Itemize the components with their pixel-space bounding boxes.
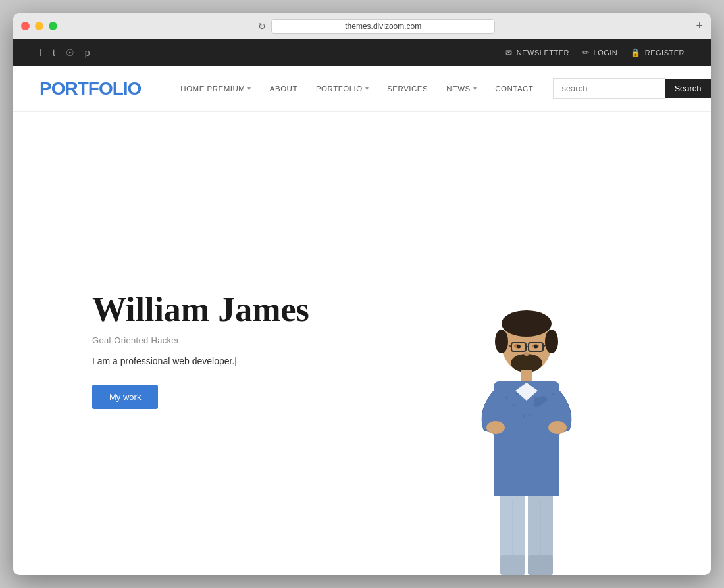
- chevron-down-icon: ▾: [473, 85, 477, 92]
- nav-portfolio[interactable]: PORTFOLIO ▾: [316, 85, 369, 93]
- new-tab-button[interactable]: +: [696, 19, 703, 33]
- browser-window: ↻ themes.divizoom.com + f t ☉ p ✉ NEWSLE…: [13, 13, 711, 575]
- top-bar-actions: ✉ NEWSLETTER ✏ LOGIN 🔒 REGISTER: [505, 48, 685, 57]
- logo-part1: PORT: [39, 78, 88, 99]
- main-navigation: PORTFOLIO HOME PREMIUM ▾ ABOUT PORTFOLIO…: [13, 66, 711, 112]
- logo-part2: FOLIO: [88, 78, 142, 99]
- svg-point-1: [502, 310, 552, 337]
- svg-point-12: [517, 345, 521, 349]
- hero-description: I am a professional web developer.|: [92, 356, 309, 366]
- svg-point-29: [548, 421, 567, 434]
- chevron-down-icon: ▾: [247, 85, 251, 92]
- hero-subtitle: Goal-Oriented Hacker: [92, 335, 309, 345]
- social-icons: f t ☉ p: [39, 47, 90, 58]
- search-input[interactable]: [553, 78, 665, 99]
- pinterest-icon[interactable]: p: [85, 47, 90, 58]
- svg-point-23: [552, 393, 554, 395]
- svg-point-28: [486, 421, 505, 434]
- svg-point-4: [511, 354, 542, 372]
- svg-rect-36: [500, 555, 525, 575]
- hero-person-image: [448, 299, 606, 575]
- browser-titlebar: ↻ themes.divizoom.com +: [13, 13, 711, 39]
- search-area: Search: [553, 78, 710, 99]
- hero-name: William James: [92, 291, 309, 328]
- nav-about[interactable]: ABOUT: [270, 85, 297, 93]
- search-button[interactable]: Search: [665, 79, 710, 98]
- minimize-button[interactable]: [35, 22, 43, 30]
- svg-point-14: [524, 352, 529, 356]
- svg-rect-33: [494, 476, 559, 496]
- hero-text: William James Goal-Oriented Hacker I am …: [92, 291, 309, 408]
- twitter-icon[interactable]: t: [53, 47, 55, 58]
- address-bar: ↻ themes.divizoom.com: [63, 19, 690, 34]
- nav-home-premium[interactable]: HOME PREMIUM ▾: [180, 85, 251, 93]
- maximize-button[interactable]: [49, 22, 57, 30]
- nav-news[interactable]: NEWS ▾: [446, 85, 477, 93]
- svg-point-13: [534, 345, 538, 349]
- nav-links: HOME PREMIUM ▾ ABOUT PORTFOLIO ▾ SERVICE…: [180, 85, 533, 93]
- site-logo[interactable]: PORTFOLIO: [39, 78, 141, 99]
- register-link[interactable]: 🔒 REGISTER: [631, 48, 685, 57]
- newsletter-link[interactable]: ✉ NEWSLETTER: [505, 48, 569, 57]
- nav-services[interactable]: SERVICES: [387, 85, 428, 93]
- svg-point-18: [505, 396, 508, 399]
- login-icon: ✏: [582, 48, 590, 57]
- svg-rect-15: [521, 370, 532, 383]
- hero-cta-button[interactable]: My work: [92, 385, 158, 409]
- back-button[interactable]: ↻: [258, 21, 266, 32]
- svg-point-19: [515, 393, 518, 395]
- newsletter-icon: ✉: [505, 48, 513, 57]
- website-content: f t ☉ p ✉ NEWSLETTER ✏ LOGIN 🔒 REGISTER: [13, 39, 711, 575]
- hero-section: William James Goal-Oriented Hacker I am …: [13, 112, 711, 575]
- svg-point-3: [545, 330, 558, 353]
- top-bar: f t ☉ p ✉ NEWSLETTER ✏ LOGIN 🔒 REGISTER: [13, 39, 711, 66]
- register-icon: 🔒: [631, 48, 641, 57]
- nav-contact[interactable]: CONTACT: [495, 85, 533, 93]
- svg-point-2: [495, 330, 508, 353]
- facebook-icon[interactable]: f: [39, 47, 42, 58]
- instagram-icon[interactable]: ☉: [66, 47, 74, 58]
- svg-rect-37: [528, 555, 553, 575]
- chevron-down-icon: ▾: [365, 85, 369, 92]
- close-button[interactable]: [21, 22, 30, 30]
- url-input[interactable]: themes.divizoom.com: [271, 19, 495, 34]
- login-link[interactable]: ✏ LOGIN: [582, 48, 617, 57]
- person-svg: [457, 305, 596, 575]
